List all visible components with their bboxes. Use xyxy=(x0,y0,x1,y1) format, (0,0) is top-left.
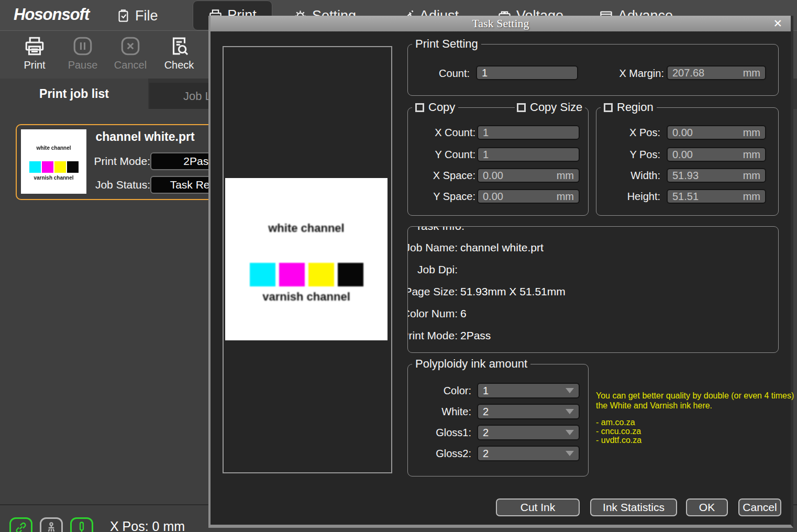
y-count-label: Y Count: xyxy=(435,149,475,161)
job-title: channel white.prt xyxy=(80,130,211,144)
toolbar-check-label: Check xyxy=(159,59,200,71)
x-margin-input[interactable]: 207.68 mm xyxy=(667,65,766,80)
cancel-x-icon xyxy=(119,50,141,59)
copy-size-legend: Copy Size xyxy=(515,101,585,114)
chain-link-icon xyxy=(14,520,28,532)
spray-clean-button[interactable] xyxy=(40,517,63,532)
y-count-input[interactable]: 1 xyxy=(477,147,580,162)
preview-white-channel-text: white channel xyxy=(225,221,388,235)
page-size-value: 51.93mm X 51.51mm xyxy=(460,285,566,298)
count-input[interactable]: 1 xyxy=(476,65,578,80)
copy-legend: Copy xyxy=(412,101,458,114)
mm-unit: mm xyxy=(743,67,760,79)
white-amount-label: White: xyxy=(441,406,471,418)
chevron-down-icon xyxy=(566,430,574,435)
x-space-label: X Space: xyxy=(433,170,475,182)
print-mode-label: Print Mode: xyxy=(407,329,458,342)
color-num-label: Color Num: xyxy=(407,307,458,320)
vendor-link: - cncu.co.za xyxy=(596,427,641,436)
task-info-group: Task Info: Job Name: channel white.prt J… xyxy=(407,226,779,353)
color-num-value: 6 xyxy=(460,307,467,320)
x-margin-label: X Margin: xyxy=(619,68,664,80)
ink-statistics-button[interactable]: Ink Statistics xyxy=(590,498,677,516)
close-icon[interactable]: ✕ xyxy=(773,16,782,31)
region-height-input[interactable]: 51.51mm xyxy=(667,189,766,204)
toolbar-pause-label: Pause xyxy=(62,59,103,71)
copy-group: Copy Copy Size X Count: 1 Y Count: 1 X S… xyxy=(407,107,589,216)
vendor-link: - uvdtf.co.za xyxy=(596,436,641,445)
tab-print-job-list-label: Print job list xyxy=(39,87,109,101)
dialog-title: Task Setting xyxy=(211,16,791,31)
cut-ink-button[interactable]: Cut Ink xyxy=(496,498,580,516)
copy-checkbox[interactable] xyxy=(415,103,424,112)
region-x-pos-label: X Pos: xyxy=(629,127,660,139)
region-y-pos-input[interactable]: 0.00mm xyxy=(667,147,766,162)
gloss2-amount-dropdown[interactable]: 2 xyxy=(477,446,580,461)
preview-varnish-channel-text: varnish channel xyxy=(225,290,388,304)
hint-line-1: You can get better quality by double (or… xyxy=(596,391,795,401)
cyan-swatch xyxy=(250,263,275,286)
job-print-mode-label: Print Mode: xyxy=(94,155,150,168)
document-search-icon xyxy=(168,50,190,59)
task-setting-dialog: Task Setting ✕ white channel varnish cha… xyxy=(208,16,793,528)
gloss1-amount-label: Gloss1: xyxy=(436,427,471,439)
cyan-swatch xyxy=(29,161,41,173)
job-name-value: channel white.prt xyxy=(460,241,544,254)
region-legend: Region xyxy=(601,101,657,114)
region-width-input[interactable]: 51.93mm xyxy=(667,168,766,183)
region-x-pos-input[interactable]: 0.00mm xyxy=(667,125,766,140)
job-status-label: Job Status: xyxy=(95,179,150,191)
menu-file[interactable]: File xyxy=(116,5,158,26)
thumb-white-channel-text: white channel xyxy=(21,145,86,151)
toolbar-cancel-label: Cancel xyxy=(110,59,151,71)
toolbar-cancel-button[interactable]: Cancel xyxy=(110,35,151,71)
polyploidy-legend: Polyploidy ink amount xyxy=(412,357,530,371)
link-toggle-button[interactable] xyxy=(9,517,32,532)
white-amount-dropdown[interactable]: 2 xyxy=(477,404,580,419)
y-space-input[interactable]: 0.00mm xyxy=(477,189,580,204)
task-info-legend: Task Info: xyxy=(412,226,468,233)
cancel-button[interactable]: Cancel xyxy=(738,498,781,516)
print-setting-group: Print Setting Count: 1 X Margin: 207.68 … xyxy=(407,44,779,96)
x-count-label: X Count: xyxy=(435,127,475,139)
dialog-titlebar[interactable]: Task Setting ✕ xyxy=(211,16,791,31)
x-space-input[interactable]: 0.00mm xyxy=(477,168,580,183)
tab-print-job-list[interactable]: Print job list xyxy=(0,79,148,109)
toolbar-pause-button[interactable]: Pause xyxy=(62,35,103,71)
y-space-label: Y Space: xyxy=(433,191,475,203)
toolbar-print-button[interactable]: Print xyxy=(14,35,55,71)
spray-nozzle-icon xyxy=(44,520,59,532)
x-count-input[interactable]: 1 xyxy=(477,125,580,140)
toolbar-check-button[interactable]: Check xyxy=(159,35,200,71)
print-mode-value: 2Pass xyxy=(460,329,491,342)
job-thumbnail: white channel varnish channel xyxy=(21,129,86,194)
region-checkbox[interactable] xyxy=(604,103,613,112)
region-y-pos-label: Y Pos: xyxy=(629,149,660,161)
printer-icon xyxy=(24,50,46,59)
print-preview-area: white channel varnish channel xyxy=(223,46,392,473)
gloss2-amount-label: Gloss2: xyxy=(436,448,471,460)
yellow-swatch xyxy=(54,161,66,173)
color-amount-label: Color: xyxy=(444,385,471,397)
preview-ink-swatches xyxy=(225,263,388,286)
polyploidy-group: Polyploidy ink amount Color: 1 White: 2 … xyxy=(407,364,589,476)
ok-button[interactable]: OK xyxy=(686,498,728,516)
copy-size-checkbox[interactable] xyxy=(517,103,526,112)
print-setting-legend: Print Setting xyxy=(412,37,481,51)
toolbar-print-label: Print xyxy=(14,59,55,71)
gloss1-amount-dropdown[interactable]: 2 xyxy=(477,425,580,440)
thumb-ink-swatches xyxy=(21,161,86,173)
chevron-down-icon xyxy=(566,388,574,393)
x-position-readout: X Pos: 0 mm xyxy=(110,519,185,532)
job-dpi-label: Job Dpi: xyxy=(417,263,458,276)
region-width-label: Width: xyxy=(630,170,660,182)
ink-quality-hint: You can get better quality by double (or… xyxy=(596,391,795,411)
app-logo: Hosonsoft xyxy=(14,5,89,24)
chevron-down-icon xyxy=(566,409,574,414)
ink-heater-button[interactable] xyxy=(70,517,93,532)
pause-icon xyxy=(72,50,94,59)
page-size-label: Page Size: xyxy=(407,285,458,298)
color-amount-dropdown[interactable]: 1 xyxy=(477,383,580,398)
chevron-down-icon xyxy=(566,451,574,456)
preview-canvas: white channel varnish channel xyxy=(225,178,388,340)
